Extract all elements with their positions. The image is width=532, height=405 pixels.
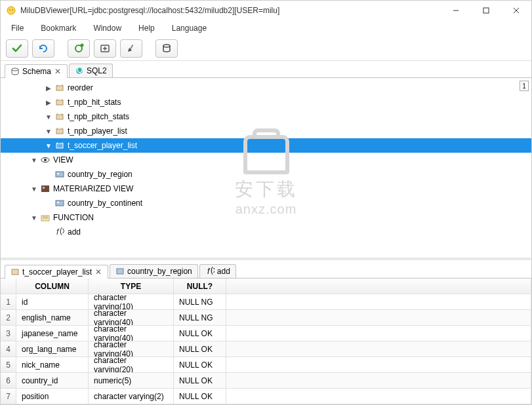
tree-label: FUNCTION <box>53 213 99 222</box>
row-number: 2 <box>1 310 16 325</box>
tab-add[interactable]: f(x) add <box>199 264 236 278</box>
menu-bookmark[interactable]: Bookmark <box>38 22 79 34</box>
tree-twisty-icon[interactable]: ▼ <box>44 113 53 121</box>
header-column[interactable]: COLUMN <box>16 279 89 294</box>
rollback-button[interactable] <box>32 39 54 58</box>
schema-tree[interactable]: ▶reorder▶t_npb_hit_stats▼t_npb_pitch_sta… <box>1 78 531 258</box>
tree-row[interactable]: ▼t_npb_player_list <box>1 124 531 138</box>
cell-null[interactable]: NULL NG <box>174 310 226 325</box>
maximize-button[interactable] <box>471 1 501 20</box>
tree-row[interactable]: country_by_continent <box>1 196 531 210</box>
cell-type[interactable]: character varying(40) <box>89 310 174 325</box>
tree-label: country_by_region <box>68 170 138 179</box>
tree-twisty-icon[interactable]: ▼ <box>30 214 39 222</box>
cell-null[interactable]: NULL OK <box>174 341 226 357</box>
tab-label: add <box>217 267 230 276</box>
schema-icon <box>10 67 20 76</box>
column-grid: - COLUMN TYPE NULL? 1idcharacter varying… <box>1 279 531 404</box>
cell-column[interactable]: position <box>16 389 89 404</box>
cell-column[interactable]: english_name <box>16 310 89 325</box>
tree-label: VIEW <box>53 155 79 164</box>
lower-tab-bar: t_soccer_player_list ✕ country_by_region… <box>1 260 531 279</box>
table-row[interactable]: 7positioncharacter varying(2)NULL OK <box>1 389 531 404</box>
menu-file[interactable]: File <box>9 22 26 34</box>
commit-button[interactable] <box>6 39 28 58</box>
tab-close-icon[interactable]: ✕ <box>94 268 102 276</box>
table-row[interactable]: 5nick_namecharacter varying(20)NULL OK <box>1 357 531 373</box>
header-null[interactable]: NULL? <box>174 279 226 294</box>
cell-column[interactable]: country_id <box>16 373 89 388</box>
cell-column[interactable]: id <box>16 294 89 309</box>
cell-null[interactable]: NULL OK <box>174 389 226 404</box>
window-title: MiluDBViewer[URL=jdbc:postgresql://local… <box>20 6 441 15</box>
cell-type[interactable]: character varying(2) <box>89 389 174 404</box>
cell-type[interactable]: numeric(5) <box>89 373 174 388</box>
tree-row[interactable]: ▼t_npb_pitch_stats <box>1 109 531 124</box>
tree-twisty-icon[interactable]: ▼ <box>44 142 53 149</box>
scroll-indicator[interactable]: 1 <box>520 81 529 91</box>
new-tab-button[interactable] <box>94 39 116 58</box>
minimize-button[interactable] <box>441 1 471 20</box>
table-row[interactable]: 1idcharacter varying(10)NULL NG <box>1 294 531 310</box>
tab-country-by-region[interactable]: country_by_region <box>110 264 198 278</box>
svg-rect-39 <box>57 202 59 203</box>
svg-rect-37 <box>43 187 45 189</box>
table-row[interactable]: 2english_namecharacter varying(40)NULL N… <box>1 310 531 326</box>
tree-label: t_npb_hit_stats <box>68 98 126 107</box>
view-icon <box>115 267 125 276</box>
close-button[interactable] <box>501 1 531 20</box>
tree-twisty-icon[interactable]: ▼ <box>44 128 53 135</box>
tab-schema[interactable]: Schema ✕ <box>5 64 68 78</box>
cell-column[interactable]: japanese_name <box>16 326 89 341</box>
header-rownum[interactable]: - <box>1 279 16 294</box>
cell-type[interactable]: character varying(40) <box>89 341 174 357</box>
tree-row[interactable]: country_by_region <box>1 167 531 182</box>
eye-icon <box>40 155 51 165</box>
tree-twisty-icon[interactable]: ▼ <box>30 157 39 164</box>
mview-icon <box>40 183 51 194</box>
table-row[interactable]: 3japanese_namecharacter varying(40)NULL … <box>1 326 531 341</box>
cell-spacer <box>226 373 531 388</box>
tab-sql2[interactable]: SQL SQL2 <box>69 64 113 77</box>
tab-t-soccer-player-list[interactable]: t_soccer_player_list ✕ <box>5 265 108 279</box>
cell-null[interactable]: NULL OK <box>174 373 226 388</box>
tree-row[interactable]: ▶t_npb_hit_stats <box>1 95 531 109</box>
svg-rect-38 <box>56 201 64 206</box>
cell-spacer <box>226 389 531 404</box>
tab-label: t_soccer_player_list <box>22 267 92 277</box>
menu-window[interactable]: Window <box>91 22 124 34</box>
tab-label: country_by_region <box>127 267 192 276</box>
tree-row[interactable]: ▼t_soccer_player_list <box>1 138 531 153</box>
svg-point-2 <box>12 9 13 10</box>
cell-null[interactable]: NULL NG <box>174 294 226 309</box>
tree-row[interactable]: ▶reorder <box>1 81 531 95</box>
cell-type[interactable]: character varying(10) <box>89 294 174 309</box>
tab-label: Schema <box>22 67 51 76</box>
database-button[interactable] <box>155 39 178 58</box>
cell-null[interactable]: NULL OK <box>174 357 226 372</box>
paint-button[interactable] <box>120 39 142 58</box>
tree-twisty-icon[interactable]: ▶ <box>44 85 53 92</box>
refresh-button[interactable] <box>68 39 90 58</box>
svg-point-1 <box>9 9 10 10</box>
table-row[interactable]: 4org_lang_namecharacter varying(40)NULL … <box>1 341 531 357</box>
table-row[interactable]: 6country_idnumeric(5)NULL OK <box>1 373 531 389</box>
menu-language[interactable]: Language <box>169 22 209 34</box>
tree-row[interactable]: ▼VIEW <box>1 153 531 167</box>
cell-type[interactable]: character varying(20) <box>89 357 174 372</box>
cell-type[interactable]: character varying(40) <box>89 326 174 341</box>
tree-twisty-icon[interactable]: ▼ <box>30 185 39 193</box>
tree-row[interactable]: ▼FUNCTION <box>1 210 531 225</box>
tab-close-icon[interactable]: ✕ <box>54 68 62 75</box>
tree-twisty-icon[interactable]: ▶ <box>44 99 53 106</box>
table-icon <box>54 126 65 136</box>
cell-column[interactable]: org_lang_name <box>16 341 89 357</box>
cell-null[interactable]: NULL OK <box>174 326 226 341</box>
svg-point-0 <box>7 7 15 14</box>
tree-row[interactable]: f(x)add <box>1 225 531 239</box>
menu-help[interactable]: Help <box>136 22 157 34</box>
cell-spacer <box>226 341 531 357</box>
tree-row[interactable]: ▼MATERIARIZED VIEW <box>1 182 531 196</box>
header-type[interactable]: TYPE <box>89 279 174 294</box>
cell-column[interactable]: nick_name <box>16 357 89 372</box>
